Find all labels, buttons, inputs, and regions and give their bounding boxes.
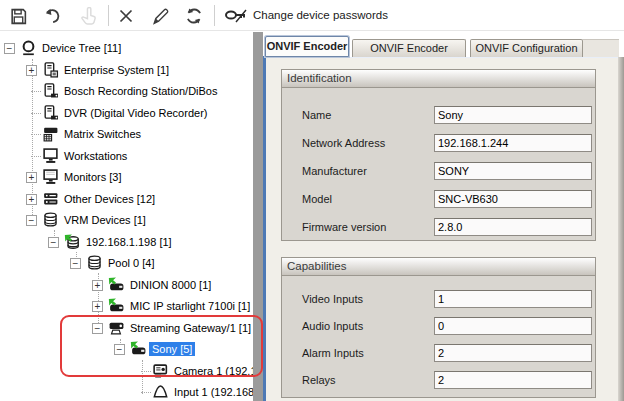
tree-item-camera-1-192-168-1-244[interactable]: Camera 1 (192.168.1.244): [0, 361, 253, 382]
change-device-passwords-button[interactable]: [222, 4, 250, 28]
manufacturer-field[interactable]: [434, 162, 592, 180]
tree-item-label: Camera 1 (192.168.1.244): [171, 364, 253, 378]
tree-item-device-tree-11[interactable]: −Device Tree [11]: [0, 38, 253, 59]
key-icon: [224, 7, 248, 25]
tree-item-label: DVR (Digital Video Recorder): [61, 106, 210, 120]
collapse-toggle[interactable]: −: [70, 258, 81, 269]
toolbar-separator: [214, 5, 215, 26]
tree-item-other-devices-12[interactable]: +Other Devices [12]: [0, 189, 253, 210]
expand-toggle[interactable]: +: [26, 172, 37, 183]
tree-item-dinion-8000-1[interactable]: +DINION 8000 [1]: [0, 275, 253, 296]
audio-inputs-field[interactable]: [434, 317, 592, 335]
field-label-audio-inputs: Audio Inputs: [302, 320, 363, 332]
tab-page: Identification Name Network Address Manu…: [266, 57, 621, 401]
field-label-video-inputs: Video Inputs: [302, 293, 363, 305]
tree-item-input-1-192-168-1-244[interactable]: Input 1 (192.168.1.244): [0, 382, 253, 401]
collapse-toggle[interactable]: −: [4, 43, 15, 54]
network-address-field[interactable]: [434, 134, 592, 152]
expand-toggle[interactable]: +: [92, 301, 103, 312]
field-label-manufacturer: Manufacturer: [302, 165, 367, 177]
identification-group-title: Identification: [282, 70, 595, 88]
change-device-passwords-label[interactable]: Change device passwords: [253, 9, 388, 21]
encoder-live-icon: [108, 298, 125, 314]
tab-onvif-encoder[interactable]: ONVIF Encoder: [265, 36, 349, 57]
device-tree-panel: −Device Tree [11]+Enterprise System [1]B…: [0, 32, 253, 401]
undo-button[interactable]: [40, 4, 64, 28]
capabilities-group-title: Capabilities: [282, 258, 595, 276]
delete-button[interactable]: [114, 4, 138, 28]
tree-item-mic-ip-starlight-7100i-1[interactable]: +MIC IP starlight 7100i [1]: [0, 296, 253, 317]
tab-label: ONVIF Configuration: [475, 42, 577, 54]
tree-item-label: Other Devices [12]: [61, 192, 158, 206]
root-icon: [20, 40, 37, 56]
tree-item-enterprise-system-1[interactable]: +Enterprise System [1]: [0, 60, 253, 81]
tab-label: ONVIF Encoder: [267, 40, 348, 52]
pencil-icon: [151, 7, 170, 26]
expand-toggle[interactable]: +: [26, 194, 37, 205]
session-button: [76, 4, 100, 28]
tree-item-label: MIC IP starlight 7100i [1]: [127, 299, 253, 313]
panel-splitter[interactable]: [253, 32, 263, 401]
tree-item-label: Pool 0 [4]: [105, 256, 157, 270]
tree-item-vrm-devices-1[interactable]: −VRM Devices [1]: [0, 210, 253, 231]
capabilities-group: Capabilities Video Inputs Audio Inputs A…: [281, 257, 596, 398]
save-icon: [9, 7, 28, 26]
field-label-network-address: Network Address: [302, 137, 385, 149]
save-button[interactable]: [6, 4, 30, 28]
tree-item-192-168-1-198-1[interactable]: −192.168.1.198 [1]: [0, 232, 253, 253]
alarm-inputs-field[interactable]: [434, 344, 592, 362]
collapse-toggle[interactable]: −: [26, 215, 37, 226]
db-icon: [86, 255, 103, 271]
tab-onvif-encoder-events[interactable]: ONVIF Encoder Events: [352, 39, 466, 57]
collapse-toggle[interactable]: −: [48, 237, 59, 248]
tree-item-label: Streaming Gateway/1 [1]: [127, 321, 253, 335]
server-doc-icon: [42, 62, 59, 78]
server-drive-icon: [42, 83, 59, 99]
tree-item-bosch-recording-station-dibos[interactable]: Bosch Recording Station/DiBos: [0, 81, 253, 102]
tabstrip-filler: [583, 39, 619, 57]
reload-button[interactable]: [182, 4, 206, 28]
video-inputs-field[interactable]: [434, 290, 592, 308]
tree-guide-stub: [31, 113, 41, 114]
tree-item-monitors-3[interactable]: +Monitors [3]: [0, 167, 253, 188]
edit-button[interactable]: [148, 4, 172, 28]
tree-guide-stub: [31, 91, 41, 92]
tree-item-label: Enterprise System [1]: [61, 63, 172, 77]
input-dome-icon: [152, 384, 169, 400]
field-label-model: Model: [302, 193, 332, 205]
tree-item-label: DINION 8000 [1]: [127, 278, 214, 292]
field-label-alarm-inputs: Alarm Inputs: [302, 347, 364, 359]
encoder-live-icon: [108, 277, 125, 293]
tab-onvif-configuration[interactable]: ONVIF Configuration: [470, 39, 583, 57]
relays-field[interactable]: [434, 371, 592, 389]
hand-icon: [79, 7, 98, 26]
workstation-icon: [42, 148, 59, 164]
field-label-firmware-version: Firmware version: [302, 221, 386, 233]
tree-item-sony-5[interactable]: −Sony [5]: [0, 339, 253, 360]
field-label-name: Name: [302, 109, 331, 121]
name-field[interactable]: [434, 106, 592, 124]
tree-guide-stub: [141, 392, 151, 393]
tree-item-label: Matrix Switches: [61, 127, 144, 141]
collapse-toggle[interactable]: −: [114, 344, 125, 355]
tree-item-streaming-gateway-1-1[interactable]: −Streaming Gateway/1 [1]: [0, 318, 253, 339]
gateway-icon: [108, 320, 125, 336]
tree-item-pool-0-4[interactable]: −Pool 0 [4]: [0, 253, 253, 274]
tree-item-matrix-switches[interactable]: Matrix Switches: [0, 124, 253, 145]
tree-item-workstations[interactable]: Workstations: [0, 146, 253, 167]
expand-toggle[interactable]: +: [92, 280, 103, 291]
tree-item-label: Device Tree [11]: [39, 41, 124, 55]
expand-toggle[interactable]: +: [26, 65, 37, 76]
tree-item-label: Sony [5]: [149, 342, 195, 356]
tree-item-dvr-digital-video-recorder[interactable]: DVR (Digital Video Recorder): [0, 103, 253, 124]
encoder-live-icon: [130, 341, 147, 357]
matrix-icon: [42, 126, 59, 142]
model-field[interactable]: [434, 190, 592, 208]
window-right-edge: [618, 57, 624, 401]
firmware-version-field[interactable]: [434, 218, 592, 236]
collapse-toggle[interactable]: −: [92, 323, 103, 334]
tree-guide-stub: [31, 134, 41, 135]
detail-panel: ONVIF Encoder ONVIF Encoder Events ONVIF…: [263, 32, 624, 401]
identification-group: Identification Name Network Address Manu…: [281, 69, 596, 241]
toolbar: Change device passwords: [0, 0, 624, 31]
